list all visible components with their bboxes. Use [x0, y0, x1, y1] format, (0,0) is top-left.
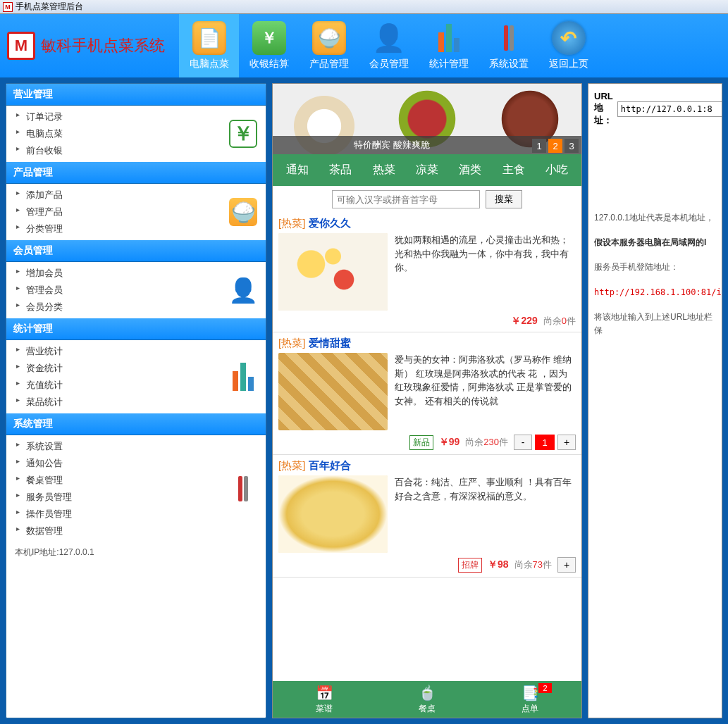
tools-icon	[492, 21, 526, 55]
sidebar-item[interactable]: 前台收银	[6, 142, 266, 159]
bottom-tab-菜谱[interactable]: 📅菜谱	[316, 685, 333, 715]
sidebar-item[interactable]: 电脑点菜	[6, 125, 266, 142]
nav-label: 统计管理	[429, 58, 469, 70]
bottom-tab-点单[interactable]: 📑点单2	[522, 685, 539, 715]
brand-area: M 敏科手机点菜系统	[7, 32, 165, 60]
dish-category-tag: [热菜]	[278, 459, 305, 471]
dish-image[interactable]	[278, 233, 388, 311]
info-text-3: 服务员手机登陆地址：	[594, 261, 716, 274]
carousel-page-2[interactable]: 2	[548, 139, 562, 153]
category-tab[interactable]: 酒类	[452, 158, 488, 182]
sidebar-item[interactable]: 订单记录	[6, 108, 266, 125]
nav-label: 产品管理	[309, 58, 349, 70]
sidebar-item[interactable]: 会员分类	[6, 299, 266, 316]
person-icon: 👤	[372, 21, 406, 55]
sidebar-item[interactable]: 资金统计	[6, 360, 266, 377]
sidebar-item[interactable]: 餐桌管理	[6, 472, 266, 489]
qty-plus-button[interactable]: +	[557, 435, 576, 450]
url-input[interactable]	[617, 101, 722, 117]
nav-doc[interactable]: 📄电脑点菜	[179, 14, 239, 77]
sidebar: 营业管理订单记录电脑点菜前台收银￥产品管理添加产品管理产品分类管理🍚会员管理增加…	[6, 83, 266, 718]
sidebar-item[interactable]: 服务员管理	[6, 489, 266, 506]
dish-category-tag: [热菜]	[278, 337, 305, 349]
category-tab[interactable]: 凉菜	[409, 158, 445, 182]
top-navbar: M 敏科手机点菜系统 📄电脑点菜￥收银结算🍚产品管理👤会员管理统计管理系统设置返…	[0, 14, 728, 77]
bottom-tab-label: 餐桌	[419, 703, 436, 715]
sidebar-item[interactable]: 管理产品	[6, 204, 266, 220]
category-tab[interactable]: 通知	[279, 158, 316, 182]
sidebar-item[interactable]: 分类管理	[6, 220, 266, 237]
qty-plus-button[interactable]: +	[557, 557, 576, 573]
dish-item: [热菜] 爱情甜蜜 爱与美的女神：阿弗洛狄忒（罗马称作 维纳斯） 红玫瑰是阿弗洛…	[273, 332, 581, 455]
dish-item: [热菜] 百年好合 百合花：纯洁、庄严、事业顺利 ！具有百年好合之含意，有深深祝…	[273, 455, 581, 578]
bottom-tab-label: 菜谱	[316, 703, 333, 715]
dish-price: ￥98	[488, 558, 509, 571]
dish-category-tag: [热菜]	[278, 217, 305, 229]
dish-stock: 尚余0件	[543, 315, 576, 327]
info-text-2: 假设本服务器电脑在局域网的I	[594, 236, 716, 249]
dish-description: 百合花：纯洁、庄严、事业顺利 ！具有百年好合之含意，有深深祝福的意义。	[395, 475, 576, 553]
nav-label: 系统设置	[489, 58, 529, 70]
nav-yen[interactable]: ￥收银结算	[239, 14, 299, 77]
nav-bars[interactable]: 统计管理	[419, 14, 479, 77]
category-tab[interactable]: 茶品	[322, 158, 359, 182]
dish-list: [热菜] 爱你久久 犹如两颗相遇的流星，心灵撞击出光和热；光和热中你我融为一体，…	[273, 213, 581, 681]
qty-minus-button[interactable]: -	[514, 435, 532, 450]
category-tab[interactable]: 热菜	[366, 158, 402, 182]
sidebar-section-header[interactable]: 产品管理	[6, 162, 266, 184]
dish-image[interactable]	[278, 353, 388, 430]
sidebar-item[interactable]: 菜品统计	[6, 394, 266, 411]
tools-icon	[229, 475, 257, 503]
category-tab[interactable]: 主食	[495, 158, 532, 182]
bottom-tab-餐桌[interactable]: 🍵餐桌	[419, 685, 436, 715]
sidebar-item[interactable]: 管理会员	[6, 282, 266, 299]
sidebar-section-header[interactable]: 系统管理	[6, 413, 266, 435]
sidebar-item[interactable]: 充值统计	[6, 377, 266, 394]
bars-icon	[229, 363, 257, 391]
sidebar-item[interactable]: 添加产品	[6, 187, 266, 204]
dish-image[interactable]	[278, 475, 388, 553]
nav-back[interactable]: 返回上页	[538, 14, 598, 77]
ip-value: 127.0.0.1	[59, 547, 94, 557]
dish-name[interactable]: 爱你久久	[309, 217, 351, 229]
sidebar-item[interactable]: 系统设置	[6, 438, 266, 455]
dish-badge: 新品	[409, 435, 433, 450]
local-ip-info: 本机IP地址:127.0.0.1	[6, 542, 266, 563]
dish-stock: 尚余230件	[465, 436, 508, 449]
sidebar-item[interactable]: 增加会员	[6, 265, 266, 282]
search-row: 搜菜	[273, 186, 581, 213]
sidebar-item[interactable]: 营业统计	[6, 343, 266, 360]
dish-item: [热菜] 爱你久久 犹如两颗相遇的流星，心灵撞击出光和热；光和热中你我融为一体，…	[273, 213, 581, 332]
dish-name[interactable]: 爱情甜蜜	[309, 337, 351, 349]
steam-icon: 🍚	[312, 21, 346, 55]
nav-person[interactable]: 👤会员管理	[359, 14, 419, 77]
promo-carousel[interactable]: 特价酬宾 酸辣爽脆 123	[273, 84, 581, 154]
cart-badge: 2	[538, 683, 551, 693]
app-icon: M	[3, 2, 13, 12]
search-input[interactable]	[332, 190, 480, 208]
sidebar-item[interactable]: 数据管理	[6, 523, 266, 539]
bottom-tabbar: 📅菜谱🍵餐桌📑点单2	[273, 681, 581, 718]
sidebar-section-body: 系统设置通知公告餐桌管理服务员管理操作员管理数据管理	[6, 435, 266, 542]
nav-steam[interactable]: 🍚产品管理	[299, 14, 359, 77]
search-button[interactable]: 搜菜	[486, 190, 522, 208]
sidebar-item[interactable]: 通知公告	[6, 455, 266, 472]
dish-name[interactable]: 百年好合	[309, 459, 351, 471]
sidebar-section-header[interactable]: 会员管理	[6, 240, 266, 262]
nav-tools[interactable]: 系统设置	[479, 14, 538, 77]
nav-label: 返回上页	[549, 58, 588, 70]
bottom-tab-icon: 📅	[316, 685, 333, 701]
window-title: 手机点菜管理后台	[16, 1, 83, 13]
sidebar-section-header[interactable]: 营业管理	[6, 84, 266, 106]
back-icon	[552, 21, 586, 55]
dish-price: ￥229	[511, 315, 537, 327]
carousel-page-3[interactable]: 3	[564, 139, 579, 153]
sidebar-section-header[interactable]: 统计管理	[6, 318, 266, 340]
ip-label: 本机IP地址:	[15, 547, 59, 557]
window-titlebar: M 手机点菜管理后台	[0, 0, 728, 14]
carousel-page-1[interactable]: 1	[532, 139, 546, 153]
sidebar-item[interactable]: 操作员管理	[6, 506, 266, 523]
info-text-5: 将该地址输入到上述URL地址栏保	[594, 311, 716, 337]
category-tab[interactable]: 小吃	[538, 158, 575, 182]
qty-value: 1	[535, 435, 555, 450]
